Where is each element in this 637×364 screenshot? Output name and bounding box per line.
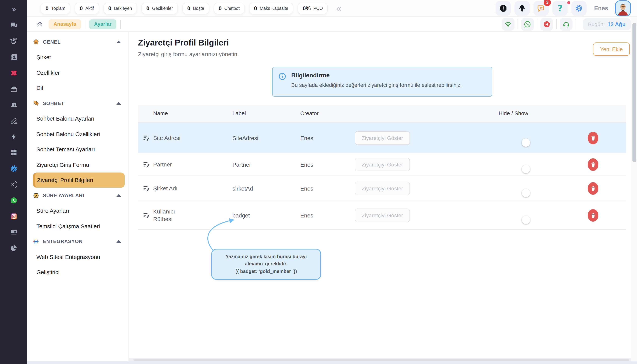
show-visitor-button[interactable]: Ziyaretçiyi Göster <box>355 158 410 171</box>
tab-ayarlar[interactable]: Ayarlar <box>89 19 116 29</box>
stat-label: Maks Kapasite <box>260 6 288 10</box>
collapse-tabs-icon[interactable] <box>36 20 44 28</box>
team-icon[interactable] <box>10 101 18 109</box>
delete-button[interactable] <box>588 209 598 222</box>
field-creator: Enes <box>300 185 313 192</box>
show-visitor-button[interactable]: Ziyaretçiyi Göster <box>355 131 410 145</box>
collapse-caret-icon[interactable] <box>116 102 121 105</box>
stat-value: 0 <box>254 5 257 11</box>
archive-icon[interactable] <box>10 85 18 93</box>
messages-button[interactable]: 3 <box>534 0 549 16</box>
sidebar-item[interactable]: Sohbet Balonu Özellikleri <box>27 126 128 142</box>
breadcrumb-actions: Bugün: 12 Ağu <box>502 18 631 30</box>
annotation-tooltip: Yazmamız gerek kısım burası burayı almam… <box>211 249 321 280</box>
main-content: Ziyaretçi Profil Bilgileri Ziyaretçi gir… <box>129 32 631 359</box>
ticket-icon[interactable] <box>10 69 18 77</box>
settings-icon[interactable] <box>10 164 18 172</box>
stat-value: 0 <box>218 5 222 11</box>
share-icon[interactable] <box>10 180 18 188</box>
separator <box>537 19 537 29</box>
stat-pill: 0 Bekleyen <box>103 2 137 14</box>
alerts-button[interactable] <box>496 0 511 16</box>
add-new-button[interactable]: Yeni Ekle <box>593 42 630 56</box>
field-edit-icon[interactable] <box>142 134 150 142</box>
integration-icon <box>32 238 40 245</box>
collapse-caret-icon[interactable] <box>116 194 121 197</box>
stats-pills: 0 Toplam 0 Aktif 0 Bekleyen 0 Gecikenler… <box>40 2 328 14</box>
payment-card-icon[interactable] <box>10 228 18 236</box>
today-date: Bugün: 12 Ağu <box>583 18 631 30</box>
sidebar-item[interactable]: Sohbet Balonu Ayarları <box>27 111 128 126</box>
settings-sidebar: GENEL ŞirketÖzelliklerDil SOHBET Sohbet … <box>27 32 129 362</box>
connection-status-icon[interactable] <box>502 18 514 30</box>
sidebar-item[interactable]: Temsilci Çalışma Saatleri <box>27 218 128 234</box>
tooltip-text: Yazmamız gerek kısım burası burayı almam… <box>217 253 315 268</box>
collapse-caret-icon[interactable] <box>116 240 121 243</box>
col-header-creator: Creator <box>300 110 319 116</box>
whatsapp-channel-icon[interactable] <box>521 18 534 30</box>
sidebar-section-sure[interactable]: SÜRE AYARLARI <box>27 188 128 203</box>
table-header: Name Label Creator Hide / Show <box>138 105 626 123</box>
contact-book-icon[interactable] <box>10 53 18 61</box>
sidebar-item[interactable]: Web Sitesi Entegrasyonu <box>27 249 128 264</box>
sidebar-item[interactable]: Geliştirici <box>27 264 128 280</box>
delete-button[interactable] <box>588 158 598 170</box>
expand-rail-icon[interactable]: » <box>10 5 18 13</box>
col-header-name: Name <box>153 110 168 116</box>
stat-pill: 0 Maks Kapasite <box>249 2 293 14</box>
support-headset-icon[interactable] <box>560 18 572 30</box>
separator <box>576 19 576 29</box>
show-visitor-button[interactable]: Ziyaretçiyi Göster <box>355 208 410 222</box>
help-button[interactable]: ? <box>552 0 568 16</box>
sidebar-item[interactable]: Şirket <box>27 50 128 65</box>
reports-icon[interactable] <box>10 244 18 252</box>
apps-icon[interactable] <box>10 149 18 156</box>
sidebar-item[interactable]: Ziyaretçi Profil Bilgileri <box>33 172 125 188</box>
stat-value: 0 <box>108 5 111 11</box>
vertical-scrollbar-thumb[interactable] <box>632 23 636 162</box>
telegram-channel-icon[interactable] <box>540 18 553 30</box>
sidebar-item[interactable]: Dil <box>27 80 128 96</box>
collapse-caret-icon[interactable] <box>116 40 121 43</box>
settings-button[interactable] <box>572 0 586 16</box>
sidebar-section-genel[interactable]: GENEL <box>27 34 128 50</box>
section-title: SÜRE AYARLARI <box>43 192 84 198</box>
whatsapp-icon[interactable] <box>10 196 18 204</box>
tab-anasayfa[interactable]: Anasayfa <box>48 19 81 29</box>
chatbot-icon[interactable] <box>10 37 18 45</box>
stat-label: Aktif <box>85 6 94 10</box>
field-name: Partner <box>153 160 183 168</box>
compose-icon[interactable] <box>10 117 18 125</box>
field-edit-icon[interactable] <box>142 212 150 219</box>
sidebar-section-sohbet[interactable]: SOHBET <box>27 96 128 111</box>
top-bar: 0 Toplam 0 Aktif 0 Bekleyen 0 Gecikenler… <box>27 0 637 17</box>
automation-icon[interactable] <box>10 133 18 141</box>
user-avatar[interactable] <box>615 0 631 16</box>
instagram-icon[interactable] <box>10 212 18 220</box>
trash-icon <box>590 212 596 218</box>
show-visitor-button[interactable]: Ziyaretçiyi Göster <box>355 182 410 195</box>
horizontal-scrollbar-thumb[interactable] <box>134 359 630 361</box>
col-header-hide-show: Hide / Show <box>489 110 538 116</box>
delete-button[interactable] <box>588 182 598 194</box>
field-edit-icon[interactable] <box>142 160 150 168</box>
vertical-scrollbar[interactable] <box>631 18 637 364</box>
table-row: Site Adresi SiteAdresi Enes Ziyaretçiyi … <box>138 123 626 153</box>
page-title: Ziyaretçi Profil Bilgileri <box>138 38 229 48</box>
sidebar-item[interactable]: Ziyaretçi Giriş Formu <box>27 157 128 172</box>
sidebar-item[interactable]: Süre Ayarları <box>27 203 128 218</box>
sohbet-items: Sohbet Balonu AyarlarıSohbet Balonu Özel… <box>27 111 128 188</box>
collapse-stats-icon[interactable]: « <box>336 4 341 12</box>
horizontal-scrollbar[interactable] <box>129 358 631 361</box>
stat-value: 0 <box>80 5 83 11</box>
sidebar-section-entegrasyon[interactable]: ENTEGRASYON <box>27 234 128 249</box>
sidebar-item[interactable]: Özellikler <box>27 65 128 80</box>
tab-separator <box>85 20 85 29</box>
delete-button[interactable] <box>588 132 598 144</box>
separator <box>518 19 518 29</box>
genel-items: ŞirketÖzelliklerDil <box>27 50 128 96</box>
chat-bubbles-icon[interactable] <box>10 21 18 29</box>
ideas-button[interactable] <box>514 0 530 16</box>
field-edit-icon[interactable] <box>142 184 150 192</box>
sidebar-item[interactable]: Sohbet Teması Ayarları <box>27 142 128 157</box>
